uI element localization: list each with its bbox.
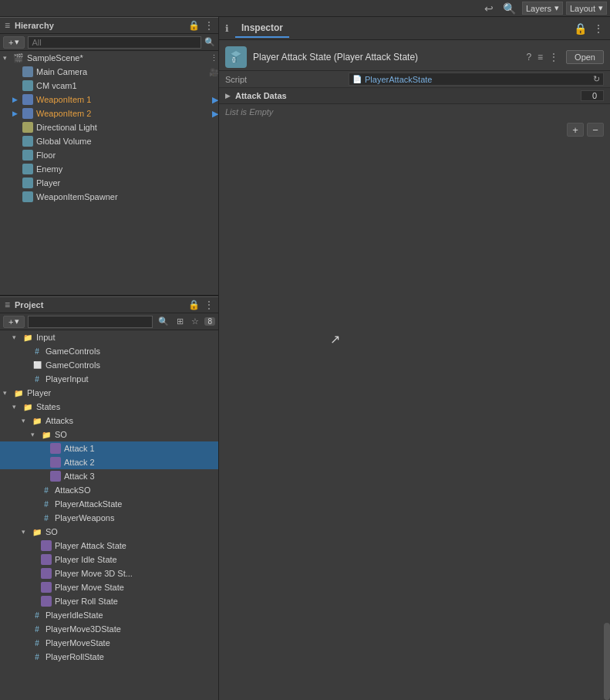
- layers-dropdown[interactable]: Layers ▾: [522, 2, 563, 15]
- project-item-playermove3d-so[interactable]: Player Move 3D St...: [0, 566, 218, 580]
- inspector-more-icon[interactable]: ⋮: [593, 22, 604, 35]
- list-remove-button[interactable]: −: [587, 123, 604, 137]
- project-item-playerrollstate-scr[interactable]: # PlayerRollState: [0, 650, 218, 664]
- camera-component-icon: 🎥: [209, 68, 218, 76]
- project-lock-icon[interactable]: 🔒: [188, 299, 200, 310]
- hierarchy-item-directionallight[interactable]: Directional Light: [0, 120, 218, 134]
- project-item-player-folder[interactable]: ▾ 📁 Player: [0, 386, 218, 400]
- attack-datas-title: Attack Datas: [235, 91, 581, 100]
- hierarchy-panel: ≡ Hierarchy 🔒 ⋮ + ▾ 🔍 ▾ 🎬 SampleScene*: [0, 17, 218, 296]
- inspector-content: {} Player Attack State (Player Attack St…: [219, 40, 610, 700]
- hierarchy-tree: ▾ 🎬 SampleScene* ⋮ Main Camera 🎥: [0, 51, 218, 295]
- project-count-badge: 8: [204, 317, 215, 326]
- input-folder-icon: 📁: [22, 331, 34, 343]
- hierarchy-item-weaponitem1[interactable]: ▶ WeaponItem 1 ▶: [0, 93, 218, 107]
- playermove3d-so-icon: [40, 567, 52, 580]
- project-item-so-folder2[interactable]: ▾ 📁 SO: [0, 525, 218, 539]
- hierarchy-item-weaponitemspawner[interactable]: WeaponItemSpawner: [0, 190, 218, 204]
- playerinput-icon: #: [31, 373, 43, 385]
- project-item-playerweapons[interactable]: # PlayerWeapons: [0, 511, 218, 525]
- component-preset-icon[interactable]: ≡: [536, 50, 544, 64]
- project-item-playermovestate-so[interactable]: Player Move State: [0, 580, 218, 594]
- project-item-attacks-folder[interactable]: ▾ 📁 Attacks: [0, 414, 218, 428]
- hierarchy-item-player[interactable]: Player: [0, 176, 218, 190]
- project-more-icon[interactable]: ⋮: [204, 299, 214, 310]
- hierarchy-item-maincamera[interactable]: Main Camera 🎥: [0, 65, 218, 79]
- inspector-lock-icon[interactable]: 🔒: [574, 22, 587, 35]
- component-title: Player Attack State (Player Attack State…: [253, 52, 518, 63]
- project-item-input[interactable]: ▾ 📁 Input: [0, 330, 218, 344]
- project-filter-icon[interactable]: ⊞: [174, 316, 186, 326]
- project-star-icon[interactable]: ☆: [189, 316, 201, 326]
- component-question-icon[interactable]: ?: [524, 50, 533, 64]
- script-file-icon: 📄: [352, 75, 362, 83]
- project-title: Project: [15, 300, 184, 309]
- hierarchy-item-floor[interactable]: Floor: [0, 148, 218, 162]
- project-item-playerrollstate-so[interactable]: Player Roll State: [0, 594, 218, 608]
- project-item-playerinput[interactable]: # PlayerInput: [0, 372, 218, 386]
- states-folder-icon: 📁: [22, 401, 34, 413]
- undo-icon[interactable]: ↩: [481, 2, 497, 15]
- enemy-icon: [22, 163, 34, 175]
- playerattackstate-icon: #: [40, 498, 52, 510]
- project-item-playermovestate-scr[interactable]: # PlayerMoveState: [0, 636, 218, 650]
- spawner-icon: [22, 191, 34, 203]
- gamecontrols2-icon: ⬜: [31, 359, 43, 371]
- project-item-playeridlestate-scr[interactable]: # PlayerIdleState: [0, 608, 218, 622]
- script-reset-icon[interactable]: ↻: [593, 74, 600, 84]
- hierarchy-search-input[interactable]: [28, 36, 201, 49]
- hierarchy-header: ≡ Hierarchy 🔒 ⋮: [0, 17, 218, 34]
- list-empty-label: List is Empty: [219, 104, 610, 120]
- layers-label: Layers: [526, 4, 551, 13]
- hierarchy-search-icon[interactable]: 🔍: [204, 37, 215, 47]
- attacks-folder-icon: 📁: [31, 414, 43, 427]
- project-item-gamecontrols1[interactable]: # GameControls: [0, 344, 218, 358]
- hierarchy-item-enemy[interactable]: Enemy: [0, 162, 218, 176]
- layout-chevron: ▾: [598, 3, 603, 13]
- project-item-playeridlestate-so[interactable]: Player Idle State: [0, 553, 218, 566]
- so-folder2-icon: 📁: [31, 526, 43, 538]
- hierarchy-lock-icon[interactable]: 🔒: [188, 20, 200, 31]
- open-button[interactable]: Open: [566, 50, 604, 64]
- hierarchy-item-cmvcam1[interactable]: CM vcam1: [0, 79, 218, 93]
- scene-more-icon[interactable]: ⋮: [210, 53, 218, 63]
- hierarchy-item-samplescene[interactable]: ▾ 🎬 SampleScene* ⋮: [0, 51, 218, 65]
- project-item-playerattackstate-so[interactable]: Player Attack State: [0, 539, 218, 553]
- project-search-icon[interactable]: 🔍: [156, 316, 171, 326]
- attack3-icon: [49, 470, 62, 482]
- attack-datas-count: 0: [581, 90, 604, 101]
- layout-dropdown[interactable]: Layout ▾: [566, 2, 607, 15]
- project-item-attack1[interactable]: Attack 1: [0, 441, 218, 455]
- search-icon[interactable]: 🔍: [500, 2, 519, 15]
- project-item-gamecontrols2[interactable]: ⬜ GameControls: [0, 358, 218, 372]
- project-item-states-folder[interactable]: ▾ 📁 States: [0, 400, 218, 414]
- project-item-attack2[interactable]: Attack 2: [0, 455, 218, 469]
- project-item-playermove3dstate-scr[interactable]: # PlayerMove3DState: [0, 622, 218, 636]
- playerrollstate-so-icon: [40, 595, 52, 607]
- inspector-tab[interactable]: Inspector: [235, 19, 289, 38]
- script-field-row: Script 📄 PlayerAttackState ↻: [219, 71, 610, 88]
- project-item-playerattackstate[interactable]: # PlayerAttackState: [0, 497, 218, 511]
- playermove3dstate-scr-icon: #: [31, 623, 43, 635]
- playeridlestate-scr-icon: #: [31, 609, 43, 621]
- script-name: PlayerAttackState: [365, 75, 432, 84]
- project-search-input[interactable]: [28, 316, 153, 328]
- project-add-button[interactable]: + ▾: [3, 316, 25, 328]
- project-item-attack3[interactable]: Attack 3: [0, 469, 218, 483]
- hierarchy-add-button[interactable]: + ▾: [3, 36, 25, 49]
- project-header: ≡ Project 🔒 ⋮: [0, 296, 218, 313]
- component-more-icon[interactable]: ⋮: [548, 50, 560, 64]
- weaponitem1-arrow: ▶: [212, 95, 218, 105]
- attackso-icon: #: [40, 484, 52, 496]
- hierarchy-item-weaponitem2[interactable]: ▶ WeaponItem 2 ▶: [0, 107, 218, 120]
- cube-svg: {}: [229, 50, 243, 64]
- scene-icon: 🎬: [12, 52, 25, 64]
- playermovestate-so-icon: [40, 581, 52, 593]
- attack-datas-section[interactable]: ▶ Attack Datas 0: [219, 88, 610, 104]
- project-item-so-folder[interactable]: ▾ 📁 SO: [0, 428, 218, 441]
- project-item-attackso[interactable]: # AttackSO: [0, 483, 218, 497]
- hierarchy-item-globalvolume[interactable]: Global Volume: [0, 134, 218, 148]
- hierarchy-more-icon[interactable]: ⋮: [204, 20, 214, 31]
- list-add-button[interactable]: +: [567, 123, 584, 137]
- hierarchy-title: Hierarchy: [15, 21, 184, 30]
